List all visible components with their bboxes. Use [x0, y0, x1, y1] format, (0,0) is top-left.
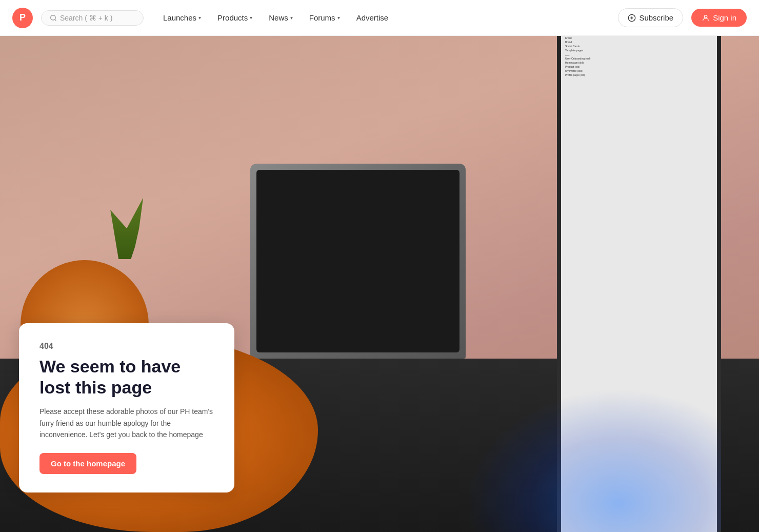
error-code: 404 [39, 342, 214, 351]
search-box[interactable]: Search ( ⌘ + k ) [41, 10, 144, 26]
logo[interactable]: P [12, 8, 33, 28]
monitor-content: Product Onboarding Create link Closed Be… [561, 36, 717, 81]
email-icon [628, 14, 636, 22]
plant-leaves [106, 198, 147, 259]
hero-section: Product Onboarding Create link Closed Be… [0, 36, 759, 532]
signin-button[interactable]: Sign in [691, 9, 747, 27]
chevron-down-icon: ▾ [198, 15, 201, 21]
nav-label-products: Products [217, 13, 248, 22]
logo-letter: P [19, 12, 26, 23]
search-placeholder: Search ( ⌘ + k ) [60, 14, 112, 22]
nav-label-advertise: Advertise [356, 13, 389, 22]
nav-label-forums: Forums [309, 13, 335, 22]
error-title-line1: We seem to have [39, 357, 181, 376]
chevron-down-icon: ▾ [290, 15, 293, 21]
laptop [250, 164, 466, 359]
chevron-down-icon: ▾ [337, 15, 340, 21]
nav-item-launches[interactable]: Launches ▾ [156, 9, 208, 26]
homepage-button[interactable]: Go to the homepage [39, 453, 136, 474]
laptop-screen [256, 170, 460, 352]
nav-label-news: News [269, 13, 288, 22]
svg-point-0 [51, 15, 55, 19]
keyboard-glow [465, 388, 721, 532]
error-card: 404 We seem to have lost this page Pleas… [19, 323, 234, 492]
nav-item-news[interactable]: News ▾ [262, 9, 300, 26]
error-description: Please accept these adorable photos of o… [39, 406, 214, 440]
nav-label-launches: Launches [163, 13, 196, 22]
nav-item-advertise[interactable]: Advertise [349, 9, 396, 26]
svg-line-1 [55, 19, 56, 21]
user-icon [702, 14, 710, 22]
nav-item-products[interactable]: Products ▾ [210, 9, 259, 26]
subscribe-button[interactable]: Subscribe [618, 8, 683, 27]
error-title-line2: lost this page [39, 378, 152, 397]
nav-item-forums[interactable]: Forums ▾ [302, 9, 347, 26]
search-icon [50, 14, 57, 22]
navbar: P Search ( ⌘ + k ) Launches ▾ Products ▾… [0, 0, 759, 36]
subscribe-label: Subscribe [639, 13, 673, 22]
signin-label: Sign in [713, 13, 736, 22]
chevron-down-icon: ▾ [250, 15, 252, 21]
error-title: We seem to have lost this page [39, 356, 214, 398]
nav-links: Launches ▾ Products ▾ News ▾ Forums ▾ Ad… [156, 9, 395, 26]
svg-point-3 [704, 15, 707, 17]
plant [106, 198, 147, 259]
